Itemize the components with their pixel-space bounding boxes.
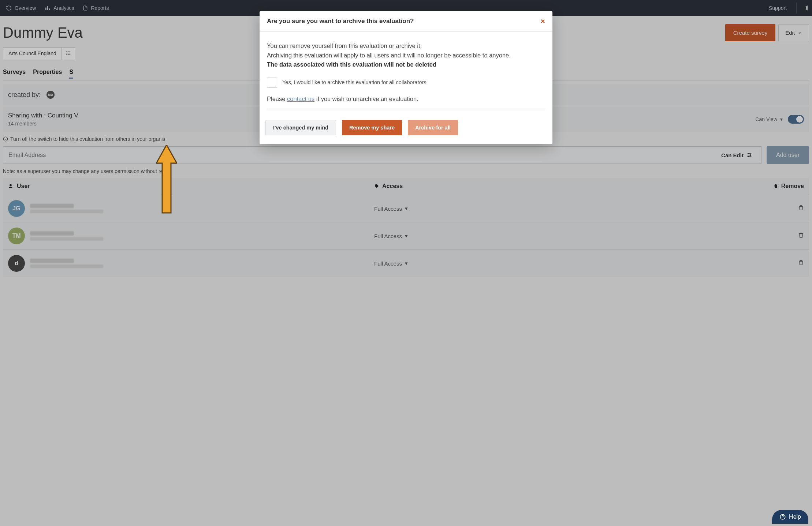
archive-check-label: Yes, I would like to archive this evalua…	[282, 78, 427, 86]
close-icon[interactable]: ✕	[540, 18, 545, 25]
contact-link[interactable]: contact us	[287, 95, 314, 102]
modal-title: Are you sure you want to archive this ev…	[267, 18, 414, 25]
archive-modal: Are you sure you want to archive this ev…	[260, 11, 552, 144]
modal-overlay: Are you sure you want to archive this ev…	[0, 0, 812, 526]
modal-body: You can remove yourself from this evalua…	[260, 32, 552, 113]
remove-share-button[interactable]: Remove my share	[342, 120, 402, 135]
modal-footer: I've changed my mind Remove my share Arc…	[260, 113, 552, 144]
modal-line1: You can remove yourself from this evalua…	[267, 41, 545, 51]
contact-line: Please contact us if you wish to unarchi…	[267, 94, 545, 104]
help-button[interactable]: Help	[772, 510, 808, 524]
contact-pre: Please	[267, 95, 287, 102]
modal-line3: The data associated with this evaluation…	[267, 61, 436, 68]
help-label: Help	[789, 514, 801, 520]
modal-separator	[267, 109, 545, 109]
cancel-button[interactable]: I've changed my mind	[265, 120, 336, 135]
modal-line2: Archiving this evaluation will apply to …	[267, 51, 545, 60]
archive-all-button[interactable]: Archive for all	[408, 120, 458, 135]
archive-check-row: Yes, I would like to archive this evalua…	[267, 78, 545, 88]
help-icon	[779, 514, 786, 520]
archive-checkbox[interactable]	[267, 78, 277, 88]
modal-header: Are you sure you want to archive this ev…	[260, 11, 552, 32]
contact-post: if you wish to unarchive an evaluation.	[314, 95, 418, 102]
